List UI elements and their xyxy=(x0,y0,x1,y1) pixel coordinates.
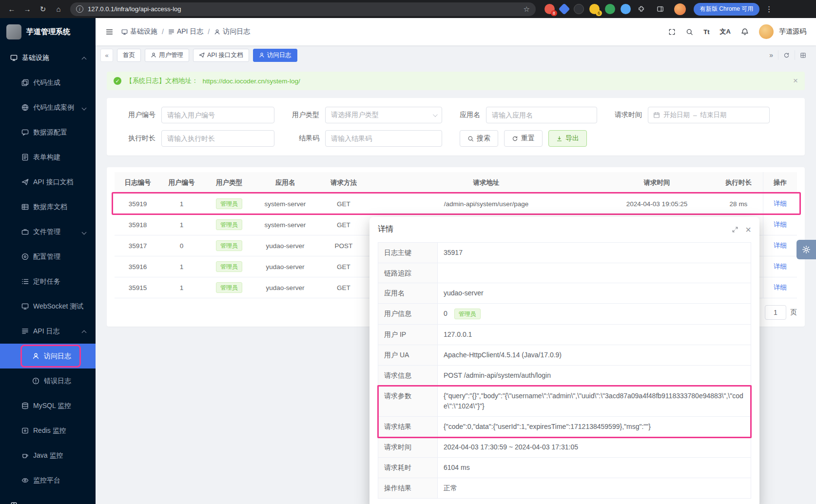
sidebar-item-error-log[interactable]: 错误日志 xyxy=(0,368,96,393)
browser-profile-avatar[interactable] xyxy=(674,3,686,15)
page-number-input[interactable] xyxy=(765,305,786,320)
sidebar-item-code-gen-example[interactable]: 代码生成案例 xyxy=(0,95,96,120)
language-icon[interactable]: 文A xyxy=(720,27,731,36)
sidebar-item-label: 数据源配置 xyxy=(33,128,67,137)
detail-link[interactable]: 详细 xyxy=(774,283,787,292)
side-panel-icon[interactable] xyxy=(657,5,664,13)
sidebar-item-label: 代码生成 xyxy=(33,78,60,87)
sidebar-item-label: MySQL 监控 xyxy=(33,402,71,410)
breadcrumb-item-infrastructure[interactable]: 基础设施 xyxy=(121,27,157,36)
sidebar-item-form-builder[interactable]: 表单构建 xyxy=(0,145,96,170)
forward-icon[interactable]: → xyxy=(20,2,34,16)
grid-icon xyxy=(10,502,18,504)
extensions-puzzle-icon[interactable] xyxy=(636,4,646,14)
search-button[interactable]: 搜索 xyxy=(460,130,498,147)
tab-home[interactable]: 首页 xyxy=(117,49,141,62)
sidebar-item-label: 访问日志 xyxy=(44,352,71,361)
filter-user-id: 用户编号 xyxy=(117,107,274,123)
breadcrumb-separator: / xyxy=(162,28,164,36)
description-label: 请求耗时 xyxy=(378,458,438,478)
reset-button-label: 重置 xyxy=(521,134,535,143)
fullscreen-icon[interactable] xyxy=(668,28,676,36)
maximize-icon[interactable] xyxy=(732,226,738,233)
sidebar-item-websocket-test[interactable]: WebSocket 测试 xyxy=(0,294,96,319)
close-icon[interactable]: × xyxy=(745,225,751,234)
reload-icon[interactable]: ↻ xyxy=(36,2,50,16)
sidebar-item-partial[interactable] xyxy=(0,493,96,504)
sidebar-item-api-log[interactable]: API 日志 xyxy=(0,319,96,344)
scroll-left-icon[interactable]: « xyxy=(100,49,113,62)
filter-label-app-name: 应用名 xyxy=(460,111,480,119)
banner-close-icon[interactable]: × xyxy=(793,76,798,86)
extension-icon-yellow[interactable]: 6 xyxy=(589,4,600,14)
extension-icon-lightblue[interactable] xyxy=(621,4,631,14)
app-header: 基础设施 / API 日志 / 访问日志 Tt 文A xyxy=(96,18,816,45)
extension-icon-red[interactable]: 8 xyxy=(544,4,555,14)
sidebar-item-api-docs[interactable]: API 接口文档 xyxy=(0,170,96,194)
detail-link[interactable]: 详细 xyxy=(774,199,787,208)
site-info-icon[interactable]: i xyxy=(76,5,83,13)
sidebar-item-monitor-platform[interactable]: 监控平台 xyxy=(0,468,96,493)
result-code-input[interactable] xyxy=(325,130,442,147)
user-id-input[interactable] xyxy=(161,107,274,123)
sidebar-item-redis-monitor[interactable]: Redis 监控 xyxy=(0,418,96,443)
breadcrumb-item-api-log[interactable]: API 日志 xyxy=(168,27,203,36)
detail-link[interactable]: 详细 xyxy=(774,220,787,229)
bookmark-star-icon[interactable]: ☆ xyxy=(524,5,530,14)
sidebar-item-scheduled-tasks[interactable]: 定时任务 xyxy=(0,269,96,294)
person-icon xyxy=(151,52,156,58)
bell-icon[interactable] xyxy=(741,28,749,36)
tab-api-docs[interactable]: API 接口文档 xyxy=(193,49,249,62)
system-log-banner: ✓ 【系统日志】文档地址： https://doc.iocoder.cn/sys… xyxy=(107,72,805,90)
font-size-icon[interactable]: Tt xyxy=(703,28,709,36)
app-logo[interactable]: 芋道管理系统 xyxy=(0,18,96,45)
search-icon[interactable] xyxy=(686,28,693,36)
sidebar-item-access-log[interactable]: 访问日志 xyxy=(0,344,96,368)
address-bar[interactable]: i 127.0.0.1/infra/log/api-access-log ☆ xyxy=(70,2,536,16)
description-value xyxy=(438,263,751,283)
collapse-menu-icon[interactable] xyxy=(105,28,114,36)
chevron-down-icon xyxy=(433,112,438,117)
detail-link[interactable]: 详细 xyxy=(774,241,787,250)
user-avatar[interactable] xyxy=(759,24,774,39)
back-icon[interactable]: ← xyxy=(5,2,19,16)
browser-menu-icon[interactable]: ⋮ xyxy=(765,5,773,14)
sidebar-item-mysql-monitor[interactable]: MySQL 监控 xyxy=(0,393,96,418)
sidebar-item-db-docs[interactable]: 数据库文档 xyxy=(0,194,96,219)
cell-user-id: 1 xyxy=(161,263,202,271)
description-row: 日志主键 35917 xyxy=(378,243,751,263)
request-time-range-picker[interactable]: 开始日期 – 结束日期 xyxy=(648,107,770,123)
layout-grid-icon[interactable] xyxy=(795,50,811,60)
chrome-update-button[interactable]: 有新版 Chrome 可用 xyxy=(694,3,759,16)
sidebar-item-datasource-config[interactable]: 数据源配置 xyxy=(0,120,96,145)
detail-link[interactable]: 详细 xyxy=(774,262,787,271)
theme-settings-button[interactable] xyxy=(797,240,816,259)
reset-button[interactable]: 重置 xyxy=(504,130,543,147)
sidebar-item-label: 文件管理 xyxy=(33,228,60,236)
sidebar-item-code-generation[interactable]: 代码生成 xyxy=(0,70,96,95)
banner-doc-link[interactable]: https://doc.iocoder.cn/system-log/ xyxy=(203,78,300,85)
tab-user-management[interactable]: 用户管理 xyxy=(145,49,189,62)
duration-input[interactable] xyxy=(161,130,274,147)
extension-icon-blue-diamond[interactable] xyxy=(558,3,570,15)
breadcrumb-item-access-log[interactable]: 访问日志 xyxy=(214,27,250,36)
sidebar-item-file-management[interactable]: 文件管理 xyxy=(0,219,96,244)
sidebar-item-java-monitor[interactable]: Java 监控 xyxy=(0,443,96,468)
table-row[interactable]: 35919 1 管理员 system-server GET /admin-api… xyxy=(115,194,797,214)
extension-icon-green[interactable] xyxy=(605,4,615,14)
sidebar-item-config-management[interactable]: 配置管理 xyxy=(0,244,96,269)
scroll-right-icon[interactable]: » xyxy=(764,50,778,60)
cell-method: GET xyxy=(314,221,373,229)
app-name-input[interactable] xyxy=(486,107,597,123)
username-label[interactable]: 芋道源码 xyxy=(779,27,806,36)
user-type-select[interactable]: 请选择用户类型 xyxy=(325,107,442,123)
cell-user-id: 0 xyxy=(161,242,202,250)
home-icon[interactable]: ⌂ xyxy=(52,2,65,16)
refresh-tab-icon[interactable] xyxy=(778,50,795,60)
sidebar-item-label: 代码生成案例 xyxy=(33,103,74,112)
tab-access-log[interactable]: 访问日志 xyxy=(253,49,297,62)
sidebar-item-infrastructure[interactable]: 基础设施 xyxy=(0,45,96,70)
export-button[interactable]: 导出 xyxy=(548,130,587,147)
date-range-separator: – xyxy=(693,112,697,119)
extension-icon-dark[interactable] xyxy=(574,4,584,14)
